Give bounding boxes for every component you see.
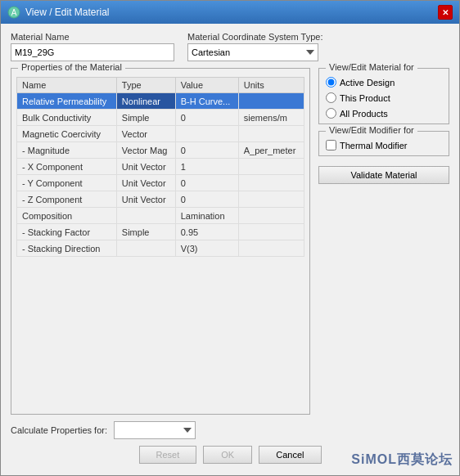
cell-units xyxy=(238,208,304,224)
all-products-radio-label[interactable]: All Products xyxy=(326,108,442,119)
window-title: View / Edit Material xyxy=(25,7,110,18)
cell-value: Lamination xyxy=(175,208,238,224)
title-bar-left: A View / Edit Material xyxy=(7,6,110,19)
cell-value: 0 xyxy=(175,110,238,126)
thermal-modifier-checkbox[interactable] xyxy=(326,140,336,150)
window-body-wrapper: Material Name Material Coordinate System… xyxy=(1,24,459,475)
col-name: Name xyxy=(17,78,117,93)
modifier-group: View/Edit Modifier for Thermal Modifier xyxy=(318,131,449,156)
top-row: Material Name Material Coordinate System… xyxy=(11,32,449,61)
view-edit-group: View/Edit Material for Active Design Thi… xyxy=(318,68,449,124)
cell-value: 0 xyxy=(175,175,238,191)
app-icon: A xyxy=(7,6,20,19)
main-window: A View / Edit Material ✕ Material Name M… xyxy=(0,0,460,476)
cell-name: - Y Component xyxy=(17,175,117,191)
main-content: Properties of the Material Name Type Val… xyxy=(11,68,449,415)
properties-table: Name Type Value Units Relative Permeabil… xyxy=(16,77,304,257)
col-units: Units xyxy=(238,78,304,93)
cell-units xyxy=(238,224,304,240)
cell-value xyxy=(175,126,238,142)
coordinate-system-select[interactable]: Cartesian xyxy=(187,43,318,61)
cell-value: V(3) xyxy=(175,240,238,257)
cell-units xyxy=(238,93,304,110)
this-product-radio-label[interactable]: This Product xyxy=(326,92,442,103)
this-product-label: This Product xyxy=(340,93,390,103)
cell-value: 0 xyxy=(175,142,238,159)
right-panel: View/Edit Material for Active Design Thi… xyxy=(318,68,449,415)
cell-type: Simple xyxy=(116,224,175,240)
cell-name: - Stacking Direction xyxy=(17,240,117,257)
window-body: Material Name Material Coordinate System… xyxy=(1,24,459,475)
table-row[interactable]: - MagnitudeVector Mag0A_per_meter xyxy=(17,142,304,159)
cell-value: B-H Curve... xyxy=(175,93,238,110)
close-button[interactable]: ✕ xyxy=(438,5,453,20)
table-row[interactable]: Relative PermeabilityNonlinearB-H Curve.… xyxy=(17,93,304,110)
cell-name: - Stacking Factor xyxy=(17,224,117,240)
cell-units xyxy=(238,126,304,142)
this-product-radio[interactable] xyxy=(326,92,336,103)
cell-type: Unit Vector xyxy=(116,159,175,175)
cell-value: 0 xyxy=(175,191,238,208)
calc-select[interactable] xyxy=(114,421,196,439)
cell-name: Relative Permeability xyxy=(17,93,117,110)
cell-type: Unit Vector xyxy=(116,175,175,191)
col-type: Type xyxy=(116,78,175,93)
cell-type: Vector Mag xyxy=(116,142,175,159)
active-design-radio-label[interactable]: Active Design xyxy=(326,77,442,88)
cell-type: Unit Vector xyxy=(116,191,175,208)
active-design-label: Active Design xyxy=(340,78,395,88)
cell-type: Vector xyxy=(116,126,175,142)
calc-row: Calculate Properties for: xyxy=(11,421,449,439)
cell-units xyxy=(238,159,304,175)
ok-button[interactable]: OK xyxy=(203,446,252,464)
material-name-label: Material Name xyxy=(11,32,174,42)
view-edit-legend: View/Edit Material for xyxy=(326,62,417,72)
cell-value: 1 xyxy=(175,159,238,175)
thermal-modifier-label[interactable]: Thermal Modifier xyxy=(326,140,442,150)
table-row[interactable]: - X ComponentUnit Vector1 xyxy=(17,159,304,175)
cell-name: - Z Component xyxy=(17,191,117,208)
modifier-legend: View/Edit Modifier for xyxy=(326,125,417,135)
properties-legend: Properties of the Material xyxy=(18,62,125,72)
table-row[interactable]: Bulk ConductivitySimple0siemens/m xyxy=(17,110,304,126)
all-products-radio[interactable] xyxy=(326,108,336,119)
coordinate-system-group: Material Coordinate System Type: Cartesi… xyxy=(187,32,322,61)
validate-button[interactable]: Validate Material xyxy=(318,166,449,184)
table-row[interactable]: - Stacking FactorSimple0.95 xyxy=(17,224,304,240)
table-header-row: Name Type Value Units xyxy=(17,78,304,93)
col-value: Value xyxy=(175,78,238,93)
table-row[interactable]: CompositionLamination xyxy=(17,208,304,224)
properties-group: Properties of the Material Name Type Val… xyxy=(11,68,310,415)
cell-name: - X Component xyxy=(17,159,117,175)
title-bar: A View / Edit Material ✕ xyxy=(1,1,459,24)
table-row[interactable]: Magnetic CoercivityVector xyxy=(17,126,304,142)
cancel-button[interactable]: Cancel xyxy=(259,446,321,464)
material-name-input[interactable] xyxy=(11,43,174,61)
cell-type: Simple xyxy=(116,110,175,126)
reset-button[interactable]: Reset xyxy=(139,446,197,464)
cell-name: Magnetic Coercivity xyxy=(17,126,117,142)
cell-units: A_per_meter xyxy=(238,142,304,159)
cell-units: siemens/m xyxy=(238,110,304,126)
cell-name: Composition xyxy=(17,208,117,224)
calc-label: Calculate Properties for: xyxy=(11,425,107,435)
thermal-modifier-text: Thermal Modifier xyxy=(340,141,408,150)
cell-value: 0.95 xyxy=(175,224,238,240)
svg-text:A: A xyxy=(11,8,17,17)
all-products-label: All Products xyxy=(340,109,388,119)
table-row[interactable]: - Y ComponentUnit Vector0 xyxy=(17,175,304,191)
cell-name: - Magnitude xyxy=(17,142,117,159)
cell-units xyxy=(238,175,304,191)
table-row[interactable]: - Stacking DirectionV(3) xyxy=(17,240,304,257)
cell-units xyxy=(238,191,304,208)
coordinate-system-label: Material Coordinate System Type: xyxy=(187,32,322,42)
table-row[interactable]: - Z ComponentUnit Vector0 xyxy=(17,191,304,208)
cell-name: Bulk Conductivity xyxy=(17,110,117,126)
material-name-group: Material Name xyxy=(11,32,174,61)
active-design-radio[interactable] xyxy=(326,77,336,88)
cell-units xyxy=(238,240,304,257)
cell-type xyxy=(116,208,175,224)
radio-group: Active Design This Product All Products xyxy=(326,77,442,119)
cell-type xyxy=(116,240,175,257)
cell-type: Nonlinear xyxy=(116,93,175,110)
